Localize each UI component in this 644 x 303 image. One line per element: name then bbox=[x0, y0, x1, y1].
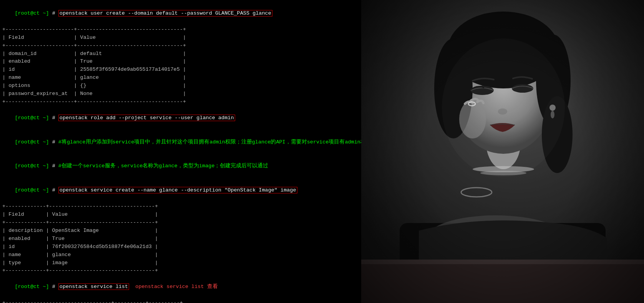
table2-sep-top: +-------------+-------------------------… bbox=[2, 203, 359, 211]
prompt-6: [root@ct ~] bbox=[15, 284, 49, 290]
cmd-1: openstack user create --domain default -… bbox=[58, 10, 272, 17]
image-panel: 创建glance用户 bbox=[361, 0, 644, 303]
table2-row-0: | description | OpenStack Image | bbox=[2, 227, 359, 235]
cmd-4: openstack service list bbox=[58, 283, 129, 290]
table2-row-4: | type | image | bbox=[2, 259, 359, 267]
cmd-2: openstack role add --project service --u… bbox=[58, 115, 235, 121]
table1-row-2: | id | 25585f3f65974de9ab655177a14017e5 … bbox=[2, 66, 359, 74]
table2-sep-mid: +-------------+-------------------------… bbox=[2, 219, 359, 227]
table2-sep-bot: +-------------+-------------------------… bbox=[2, 267, 359, 275]
comment-2a: #将glance用户添加到service项目中，并且针对这个项目拥有admin权… bbox=[58, 139, 361, 145]
cmd-3: openstack service create --name glance -… bbox=[58, 187, 297, 193]
comment-2b: #创建一个service服务，service名称为glance，类型为image… bbox=[58, 163, 269, 169]
cmd4-comment: openstack service list 查看 bbox=[129, 284, 218, 290]
prompt-2: [root@ct ~] bbox=[15, 115, 49, 121]
table3-sep-top: +----------------------------------+----… bbox=[2, 299, 359, 303]
table2-row-1: | enabled | True | bbox=[2, 235, 359, 243]
table1-row-5: | password_expires_at | None | bbox=[2, 90, 359, 98]
table2-row-3: | name | glance | bbox=[2, 251, 359, 259]
table1-row-4: | options | {} | bbox=[2, 82, 359, 90]
table1-sep-mid: +----------------------+----------------… bbox=[2, 42, 359, 50]
table1-row-3: | name | glance | bbox=[2, 74, 359, 82]
table2-header: | Field | Value | bbox=[2, 211, 359, 219]
svg-rect-24 bbox=[361, 0, 644, 303]
prompt-5: [root@ct ~] bbox=[15, 187, 49, 193]
prompt-4: [root@ct ~] bbox=[15, 163, 49, 169]
table1-header: | Field | Value | bbox=[2, 34, 359, 42]
table2-row-2: | id | 76f2003276584cd5b51887f4e06a21d3 … bbox=[2, 243, 359, 251]
prompt-3: [root@ct ~] bbox=[15, 139, 49, 145]
portrait-image bbox=[361, 0, 644, 303]
table1-sep-bot: +----------------------+----------------… bbox=[2, 98, 359, 106]
table1-row-1: | enabled | True | bbox=[2, 58, 359, 66]
table1-row-0: | domain_id | default | bbox=[2, 50, 359, 58]
terminal-panel: [root@ct ~] # openstack user create --do… bbox=[0, 0, 361, 303]
table1-sep-top: +----------------------+----------------… bbox=[2, 26, 359, 34]
prompt-1: [root@ct ~] bbox=[15, 10, 49, 16]
